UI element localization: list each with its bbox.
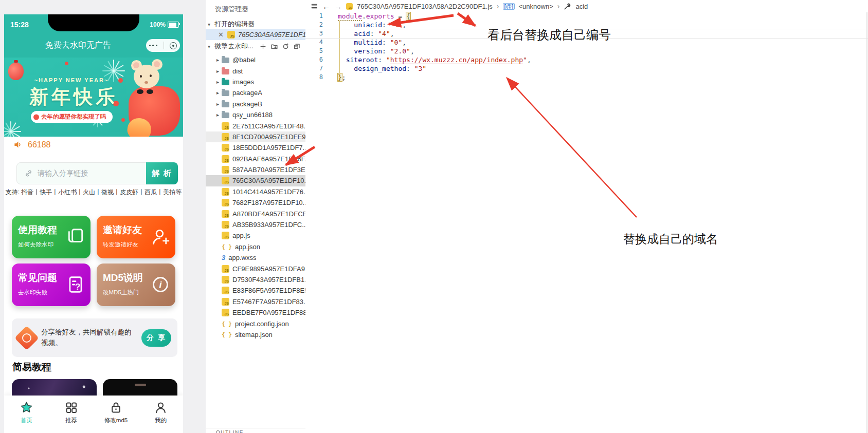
file-name: images	[232, 78, 254, 86]
code-line-8[interactable]: 8};	[305, 73, 868, 82]
js-file-icon: JS	[222, 276, 229, 284]
explorer-file-row[interactable]: JSAB35B933A957E1DFC...	[206, 219, 305, 230]
breadcrumb-module[interactable]: <unknown>	[519, 3, 553, 10]
feature-card-1[interactable]: 使用教程如何去除水印	[12, 216, 91, 258]
explorer-folder-row[interactable]: ▸packageA	[206, 87, 305, 98]
back-arrow-icon[interactable]: ←	[322, 2, 330, 11]
tab-推荐[interactable]: 推荐	[49, 396, 94, 433]
notice-number: 66188	[28, 140, 51, 149]
project-section[interactable]: ▾ 微擎去水印...	[206, 41, 305, 52]
explorer-file-row[interactable]: JSE83F86F5A957E1DF8E5...	[206, 285, 305, 296]
code-area[interactable]: 1module.exports = {2 uniacid: "4",3 acid…	[305, 12, 868, 82]
code-text: design_method: "3"	[338, 64, 426, 73]
explorer-file-row[interactable]: JSD7530F43A957E1DFB1...	[206, 274, 305, 285]
explorer-folder-row[interactable]: ▸images	[206, 77, 305, 87]
js-file-icon: JS	[222, 265, 229, 273]
feature-card-4[interactable]: MD5说明改MD5上热门i	[97, 263, 175, 306]
js-file-icon: JS	[222, 210, 229, 218]
explorer-file-row[interactable]: JSE57467F7A957E1DF83...	[206, 296, 305, 307]
js-file-icon: JS	[222, 298, 229, 306]
outline-section[interactable]: OUTLINE	[206, 428, 305, 428]
file-name: E57467F7A957E1DF83...	[232, 298, 305, 306]
editor-scrollbar[interactable]	[866, 12, 867, 433]
file-name: CF9E9895A957E1DFA9...	[232, 265, 305, 273]
file-name: 587AAB70A957E1DF3E...	[232, 166, 305, 174]
share-text: 分享给好友，共同解锁有趣的视频。	[41, 327, 136, 349]
explorer-file-row[interactable]: 3app.wxss	[206, 252, 305, 263]
explorer-folder-row[interactable]: ▸@babel	[206, 54, 305, 65]
json-file-icon: { }	[222, 331, 232, 338]
explorer-file-row[interactable]: JS1014C414A957E1DF76...	[206, 186, 305, 197]
folder-icon	[222, 112, 229, 118]
wechat-capsule[interactable]	[146, 39, 180, 52]
outline-label: OUTLINE	[216, 430, 244, 433]
explorer-file-row[interactable]: JS2E7511C3A957E1DF48...	[206, 120, 305, 131]
share-button[interactable]: 分 享	[141, 329, 171, 347]
banner-headline: 新年快乐	[20, 84, 128, 110]
open-editor-file-name: 765C30A5A957E1DF10...	[238, 31, 305, 39]
code-line-7[interactable]: 7 design_method: "3"	[305, 64, 868, 73]
code-line-5[interactable]: 5 version: "2.0",	[305, 47, 868, 55]
tab-修改md5[interactable]: 修改md5	[94, 396, 138, 433]
js-file-icon: JS	[222, 188, 229, 196]
js-file-icon: JS	[222, 287, 229, 294]
module-icon: [@]	[503, 3, 514, 10]
chevron-down-icon[interactable]: ▾	[208, 44, 213, 49]
wrench-icon	[564, 3, 571, 10]
explorer-file-row[interactable]: { }sitemap.json	[206, 329, 305, 340]
breadcrumb-symbol[interactable]: acid	[575, 3, 588, 10]
file-name: app.json	[235, 243, 260, 251]
new-file-icon[interactable]	[260, 43, 266, 50]
battery-icon	[168, 22, 179, 28]
refresh-icon[interactable]	[282, 43, 289, 50]
close-target-icon[interactable]	[170, 42, 177, 49]
share-link-input[interactable]: 请输入分享链接	[38, 169, 146, 178]
breadcrumb-file[interactable]: 765C30A5A957E1DF103A58A2D2C90DF1.js	[357, 3, 493, 10]
explorer-file-row[interactable]: JS7682F187A957E1DF10...	[206, 197, 305, 208]
line-number: 1	[305, 12, 323, 21]
parse-button[interactable]: 解 析	[146, 162, 178, 184]
js-file-icon: JS	[222, 177, 229, 184]
explorer-file-row[interactable]: JS092BAAF6A957E1DF6F...	[206, 154, 305, 164]
chevron-down-icon[interactable]: ▾	[208, 22, 213, 27]
explorer-folder-row[interactable]: ▸dist	[206, 65, 305, 76]
code-line-6[interactable]: 6 siteroot: "https://wx.muzzz.cn/app/ind…	[305, 55, 868, 64]
explorer-file-row[interactable]: { }project.config.json	[206, 318, 305, 329]
explorer-file-row[interactable]: JSapp.js	[206, 230, 305, 241]
forward-arrow-icon[interactable]: →	[334, 2, 342, 11]
explorer-folder-row[interactable]: ▸packageB	[206, 99, 305, 109]
explorer-file-row[interactable]: JS18E5DDD1A957E1DF7...	[206, 142, 305, 153]
line-number: 7	[305, 64, 323, 73]
mini-program-chrome: 15:28 100% 免费去水印无广告	[4, 14, 183, 58]
open-editors-section[interactable]: ▾ 打开的编辑器	[206, 18, 305, 30]
explorer-folder-row[interactable]: ▸qsy_un66188	[206, 109, 305, 120]
code-line-1[interactable]: 1module.exports = {	[305, 12, 868, 21]
explorer-file-row[interactable]: JSA870BDF4A957E1DFCE...	[206, 208, 305, 219]
open-editor-item[interactable]: ✕ JS 765C30A5A957E1DF10...	[206, 29, 305, 40]
collapse-icon[interactable]	[294, 43, 300, 50]
feature-card-3[interactable]: 常见问题去水印失败?	[12, 263, 91, 306]
code-text: module.exports = {	[338, 12, 410, 21]
explorer-file-row[interactable]: JSCF9E9895A957E1DFA9...	[206, 263, 305, 274]
explorer-file-row[interactable]: { }app.json	[206, 241, 305, 252]
nav-bar: 免费去水印无广告	[4, 34, 183, 58]
chevron-right-icon: ▸	[216, 101, 222, 107]
code-text: uniacid: "4",	[338, 21, 406, 29]
js-file-icon: JS	[222, 144, 229, 152]
tab-我的[interactable]: 我的	[138, 396, 183, 433]
explorer-file-row[interactable]: JS765C30A5A957E1DF10...	[206, 175, 305, 186]
more-icon[interactable]	[149, 45, 158, 47]
close-icon[interactable]: ✕	[218, 31, 224, 39]
explorer-file-row[interactable]: JS8F1CD700A957E1DFE9...	[206, 131, 305, 142]
folder-icon	[222, 58, 229, 63]
list-menu-icon[interactable]	[311, 3, 318, 10]
feature-card-2[interactable]: 邀请好友转发邀请好友	[97, 216, 175, 258]
file-name: EEDBE7F0A957E1DF88...	[232, 309, 305, 316]
explorer-file-row[interactable]: JSEEDBE7F0A957E1DF88...	[206, 307, 305, 318]
breadcrumb: ← → JS 765C30A5A957E1DF103A58A2D2C90DF1.…	[305, 0, 868, 12]
js-file-icon: JS	[222, 155, 229, 163]
tab-首页[interactable]: 首页	[4, 396, 49, 433]
js-file-icon: JS	[222, 166, 229, 174]
new-folder-icon[interactable]	[271, 43, 278, 50]
explorer-file-row[interactable]: JS587AAB70A957E1DF3E...	[206, 164, 305, 175]
